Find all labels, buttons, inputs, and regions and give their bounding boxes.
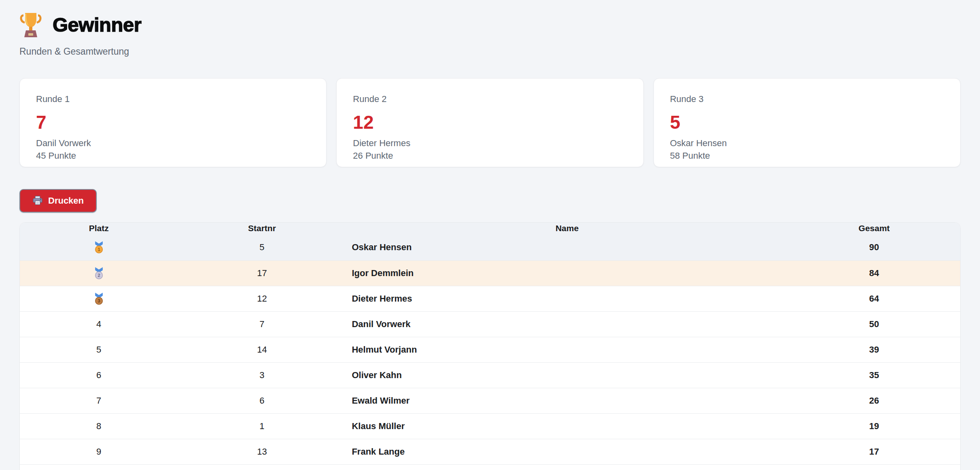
col-header-platz: Platz — [20, 223, 178, 235]
cell-platz — [20, 464, 178, 470]
page: Gewinner Runden & Gesamtwertung Runde 1 … — [0, 0, 980, 470]
cell-name: Oskar Hensen — [346, 235, 788, 260]
results-table: Platz Startnr Name Gesamt 15Oskar Hensen… — [19, 222, 961, 470]
cell-startnr: 12 — [178, 286, 346, 311]
round-winner-points: 58 Punkte — [670, 151, 944, 161]
cell-name: Oliver Kahn — [346, 362, 788, 388]
round-card-1: Runde 1 7 Danil Vorwerk 45 Punkte — [19, 78, 327, 167]
round-winner-name: Dieter Hermes — [353, 138, 627, 148]
round-cards: Runde 1 7 Danil Vorwerk 45 Punkte Runde … — [19, 78, 961, 167]
round-winner-points: 26 Punkte — [353, 151, 627, 161]
table-row: 63Oliver Kahn35 — [20, 362, 960, 388]
round-winner-startnr: 5 — [670, 113, 944, 132]
cell-startnr: 1 — [178, 413, 346, 439]
table-row: 514Helmut Vorjann39 — [20, 337, 960, 362]
round-label: Runde 2 — [353, 94, 627, 104]
round-label: Runde 3 — [670, 94, 944, 104]
table-row-partial — [20, 464, 960, 470]
cell-name: Danil Vorwerk — [346, 311, 788, 337]
cell-platz: 6 — [20, 362, 178, 388]
table-row: 913Frank Lange17 — [20, 439, 960, 464]
cell-gesamt: 35 — [788, 362, 960, 388]
cell-platz: 3 — [20, 286, 178, 311]
svg-text:2: 2 — [98, 273, 100, 277]
svg-text:3: 3 — [98, 298, 100, 303]
cell-startnr: 17 — [178, 260, 346, 286]
table-row: 81Klaus Müller19 — [20, 413, 960, 439]
cell-gesamt: 39 — [788, 337, 960, 362]
medal-bronze-icon: 3 — [94, 293, 104, 305]
cell-platz: 2 — [20, 260, 178, 286]
round-card-2: Runde 2 12 Dieter Hermes 26 Punkte — [336, 78, 643, 167]
cell-startnr: 6 — [178, 388, 346, 413]
cell-platz: 1 — [20, 235, 178, 260]
cell-gesamt: 84 — [788, 260, 960, 286]
cell-name — [346, 464, 788, 470]
cell-gesamt: 19 — [788, 413, 960, 439]
round-winner-name: Danil Vorwerk — [36, 138, 310, 148]
cell-startnr: 5 — [178, 235, 346, 260]
trophy-icon — [19, 11, 42, 38]
svg-text:1: 1 — [98, 247, 100, 252]
round-winner-startnr: 7 — [36, 113, 310, 132]
round-label: Runde 1 — [36, 94, 310, 104]
round-card-3: Runde 3 5 Oskar Hensen 58 Punkte — [653, 78, 961, 167]
col-header-name: Name — [346, 223, 788, 235]
col-header-startnr: Startnr — [178, 223, 346, 235]
print-button[interactable]: Drucken — [19, 189, 97, 213]
cell-platz: 7 — [20, 388, 178, 413]
cell-gesamt: 64 — [788, 286, 960, 311]
cell-gesamt: 17 — [788, 439, 960, 464]
medal-gold-icon: 1 — [94, 241, 104, 253]
cell-platz: 9 — [20, 439, 178, 464]
table-row: 47Danil Vorwerk50 — [20, 311, 960, 337]
page-subtitle: Runden & Gesamtwertung — [19, 46, 961, 57]
table-row: 76Ewald Wilmer26 — [20, 388, 960, 413]
page-header: Gewinner — [19, 0, 961, 38]
cell-gesamt: 90 — [788, 235, 960, 260]
cell-gesamt: 26 — [788, 388, 960, 413]
cell-startnr: 13 — [178, 439, 346, 464]
cell-startnr — [178, 464, 346, 470]
cell-name: Helmut Vorjann — [346, 337, 788, 362]
cell-platz: 4 — [20, 311, 178, 337]
cell-name: Ewald Wilmer — [346, 388, 788, 413]
cell-name: Dieter Hermes — [346, 286, 788, 311]
cell-name: Klaus Müller — [346, 413, 788, 439]
round-winner-startnr: 12 — [353, 113, 627, 132]
cell-startnr: 7 — [178, 311, 346, 337]
cell-startnr: 3 — [178, 362, 346, 388]
round-winner-name: Oskar Hensen — [670, 138, 944, 148]
table-row: 217Igor Demmlein84 — [20, 260, 960, 286]
table-row: 15Oskar Hensen90 — [20, 235, 960, 260]
cell-startnr: 14 — [178, 337, 346, 362]
cell-name: Frank Lange — [346, 439, 788, 464]
round-winner-points: 45 Punkte — [36, 151, 310, 161]
cell-name: Igor Demmlein — [346, 260, 788, 286]
cell-gesamt — [788, 464, 960, 470]
print-button-label: Drucken — [48, 196, 84, 206]
table-row: 312Dieter Hermes64 — [20, 286, 960, 311]
cell-platz: 8 — [20, 413, 178, 439]
table-body: 15Oskar Hensen90217Igor Demmlein84312Die… — [20, 235, 960, 470]
printer-icon — [32, 196, 43, 206]
cell-gesamt: 50 — [788, 311, 960, 337]
page-title: Gewinner — [53, 13, 141, 36]
col-header-gesamt: Gesamt — [788, 223, 960, 235]
table-header: Platz Startnr Name Gesamt — [20, 223, 960, 235]
medal-silver-icon: 2 — [94, 267, 104, 279]
cell-platz: 5 — [20, 337, 178, 362]
